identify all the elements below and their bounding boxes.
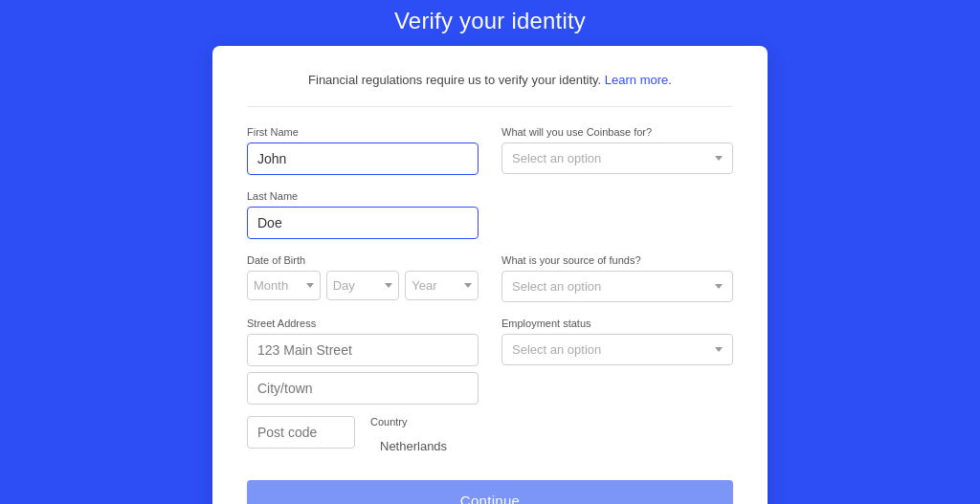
- employment-group: Employment status Select an option: [501, 318, 733, 461]
- coinbase-use-label: What will you use Coinbase for?: [501, 126, 733, 138]
- employment-label: Employment status: [501, 318, 733, 329]
- street-address-input[interactable]: [247, 334, 479, 366]
- first-name-label: First Name: [247, 126, 479, 138]
- last-name-label: Last Name: [247, 190, 479, 202]
- country-label: Country: [370, 416, 479, 427]
- dob-label: Date of Birth: [247, 254, 479, 266]
- coinbase-use-select[interactable]: Select an option: [501, 142, 733, 174]
- identity-form-card: Financial regulations require us to veri…: [212, 46, 768, 504]
- form-grid: First Name What will you use Coinbase fo…: [247, 126, 733, 461]
- divider: [247, 106, 733, 107]
- spacer-group: [501, 190, 733, 239]
- source-of-funds-label: What is your source of funds?: [501, 254, 733, 266]
- last-name-group: Last Name: [247, 190, 479, 239]
- learn-more-link[interactable]: Learn more: [605, 73, 668, 87]
- employment-select[interactable]: Select an option: [501, 334, 733, 365]
- continue-button[interactable]: Continue: [247, 480, 733, 504]
- city-input[interactable]: [247, 372, 479, 405]
- country-value: Netherlands: [370, 431, 479, 461]
- first-name-group: First Name: [247, 126, 479, 175]
- dob-month-select[interactable]: Month: [247, 271, 321, 300]
- postcode-wrap: [247, 416, 355, 449]
- dob-group: Date of Birth Month Day Year: [247, 254, 479, 302]
- address-group: Street Address Country Netherlands: [247, 318, 479, 461]
- postcode-input[interactable]: [247, 416, 355, 449]
- first-name-input[interactable]: [247, 142, 479, 175]
- card-subtitle: Financial regulations require us to veri…: [247, 73, 733, 87]
- dob-row: Month Day Year: [247, 271, 479, 300]
- page-title: Verify your identity: [394, 8, 586, 34]
- dob-year-select[interactable]: Year: [405, 271, 479, 300]
- source-of-funds-group: What is your source of funds? Select an …: [501, 254, 733, 302]
- coinbase-use-group: What will you use Coinbase for? Select a…: [501, 126, 733, 175]
- address-label: Street Address: [247, 318, 479, 329]
- dob-day-select[interactable]: Day: [326, 271, 400, 300]
- country-wrap: Country Netherlands: [370, 416, 479, 461]
- postcode-country-row: Country Netherlands: [247, 416, 479, 461]
- source-of-funds-select[interactable]: Select an option: [501, 271, 733, 302]
- last-name-input[interactable]: [247, 207, 479, 239]
